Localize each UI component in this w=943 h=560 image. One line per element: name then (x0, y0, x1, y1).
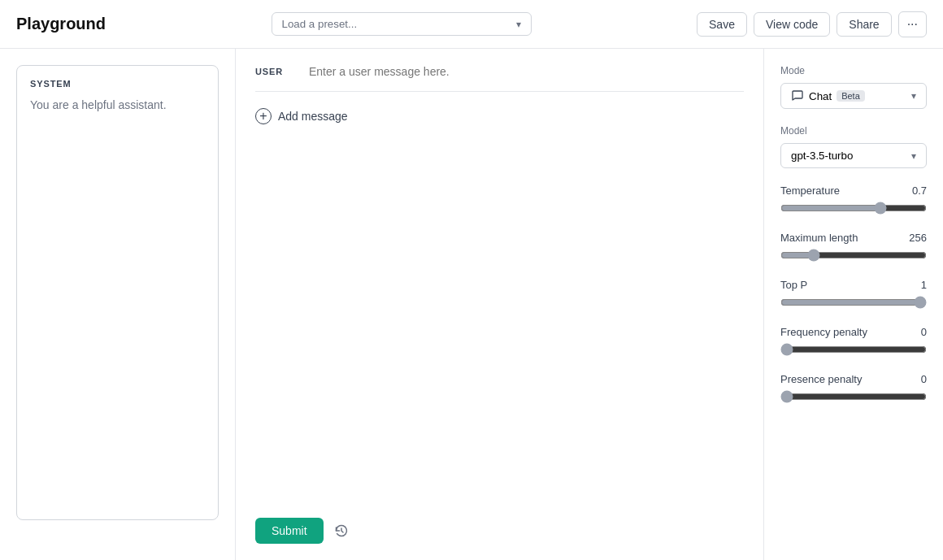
history-button[interactable] (333, 523, 350, 539)
mode-section: Mode Chat Beta ▾ (780, 65, 927, 109)
presence-penalty-label: Presence penalty (780, 373, 862, 385)
freq-penalty-slider-row: Frequency penalty 0 (780, 326, 927, 358)
user-message-input[interactable] (309, 65, 744, 78)
freq-penalty-value: 0 (921, 326, 927, 338)
top-p-input[interactable] (780, 296, 927, 309)
freq-penalty-label: Frequency penalty (780, 326, 867, 338)
model-dropdown[interactable]: gpt-3.5-turbo ▾ (780, 143, 927, 168)
freq-penalty-input[interactable] (780, 343, 927, 356)
system-text: You are a helpful assistant. (30, 98, 205, 111)
main-content: SYSTEM You are a helpful assistant. USER… (0, 49, 943, 560)
app-header: Playground Load a preset... ▾ Save View … (0, 0, 943, 49)
system-box: SYSTEM You are a helpful assistant. (16, 65, 219, 520)
submit-button[interactable]: Submit (255, 518, 324, 544)
header-actions: Save View code Share ··· (697, 11, 927, 37)
model-label: Model (780, 125, 927, 137)
mode-value: Chat (809, 90, 832, 102)
temperature-label: Temperature (780, 184, 840, 197)
temperature-slider-header: Temperature 0.7 (780, 184, 927, 197)
user-role-label: USER (255, 65, 296, 76)
top-p-label: Top P (780, 279, 807, 291)
more-options-button[interactable]: ··· (898, 11, 927, 37)
mode-chevron-icon: ▾ (911, 90, 916, 102)
max-length-value: 256 (909, 232, 927, 244)
add-circle-icon: + (255, 108, 272, 124)
mode-label: Mode (780, 65, 927, 76)
system-label: SYSTEM (30, 79, 205, 89)
top-p-value: 1 (921, 279, 927, 291)
max-length-slider-row: Maximum length 256 (780, 232, 927, 264)
max-length-input[interactable] (780, 249, 927, 262)
mode-dropdown[interactable]: Chat Beta ▾ (780, 83, 927, 109)
temperature-value: 0.7 (912, 184, 927, 197)
view-code-button[interactable]: View code (754, 12, 830, 37)
share-button[interactable]: Share (837, 12, 891, 37)
temperature-slider-row: Temperature 0.7 (780, 184, 927, 217)
settings-panel: Mode Chat Beta ▾ Model gpt-3.5-turbo ▾ (764, 49, 943, 560)
model-value: gpt-3.5-turbo (791, 150, 853, 162)
system-panel: SYSTEM You are a helpful assistant. (0, 49, 236, 560)
model-chevron-icon: ▾ (911, 150, 916, 162)
beta-badge: Beta (837, 90, 865, 102)
chat-footer: Submit (255, 501, 744, 544)
model-section: Model gpt-3.5-turbo ▾ (780, 125, 927, 168)
presence-penalty-input[interactable] (780, 390, 927, 403)
max-length-slider-header: Maximum length 256 (780, 232, 927, 244)
preset-placeholder-text: Load a preset... (282, 18, 358, 30)
load-preset-dropdown[interactable]: Load a preset... ▾ (272, 12, 532, 36)
history-icon (333, 523, 350, 539)
add-message-label: Add message (278, 110, 348, 123)
top-p-slider-header: Top P 1 (780, 279, 927, 291)
presence-penalty-slider-header: Presence penalty 0 (780, 373, 927, 385)
freq-penalty-slider-header: Frequency penalty 0 (780, 326, 927, 338)
temperature-input[interactable] (780, 202, 927, 215)
mode-inner: Chat Beta (791, 89, 865, 102)
app-title: Playground (16, 15, 106, 33)
chevron-down-icon: ▾ (516, 19, 521, 30)
top-p-slider-row: Top P 1 (780, 279, 927, 311)
chat-mode-icon (791, 89, 804, 102)
presence-penalty-value: 0 (921, 373, 927, 385)
max-length-label: Maximum length (780, 232, 858, 244)
add-message-button[interactable]: + Add message (255, 105, 744, 128)
presence-penalty-slider-row: Presence penalty 0 (780, 373, 927, 406)
chat-panel: USER + Add message Submit (236, 49, 764, 560)
save-button[interactable]: Save (697, 12, 747, 37)
user-message-row: USER (255, 65, 744, 92)
header-center: Load a preset... ▾ (106, 12, 697, 36)
